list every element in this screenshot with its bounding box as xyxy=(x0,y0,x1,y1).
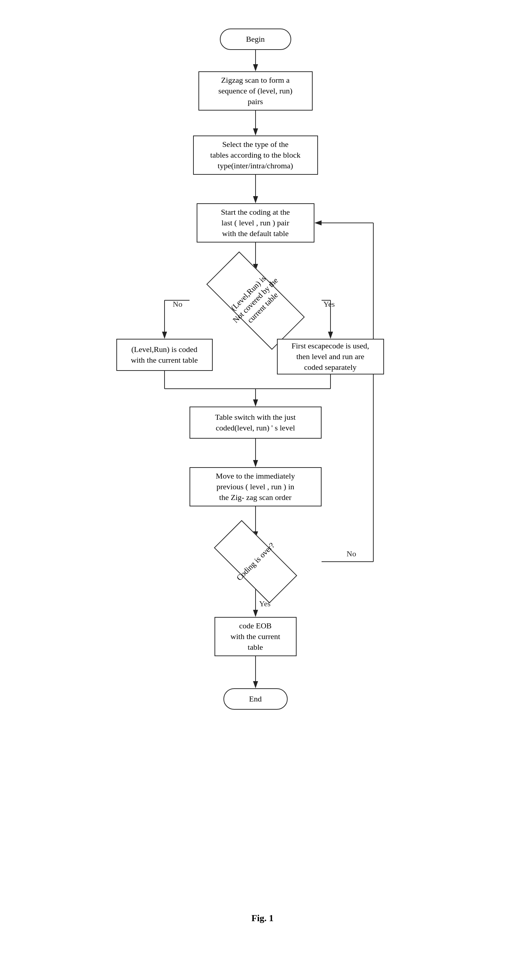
zigzag-label: Zigzag scan to form asequence of (level,… xyxy=(219,75,293,107)
diamond-over-label: Coding is over? xyxy=(234,541,277,583)
begin-label: Begin xyxy=(246,34,265,45)
diamond-covered-node: (Level,Run) isNot covered by thecurrent … xyxy=(190,271,322,330)
move-previous-label: Move to the immediatelyprevious ( level … xyxy=(216,471,295,503)
select-tables-label: Select the type of thetables according t… xyxy=(210,139,300,171)
start-coding-label: Start the coding at thelast ( level , ru… xyxy=(221,207,290,239)
svg-text:No: No xyxy=(346,549,356,558)
svg-text:Yes: Yes xyxy=(323,299,335,309)
end-node: End xyxy=(223,688,288,710)
coded-current-node: (Level,Run) is codedwith the current tab… xyxy=(116,339,213,371)
table-switch-node: Table switch with the justcoded(level, r… xyxy=(190,407,322,439)
start-coding-node: Start the coding at thelast ( level , ru… xyxy=(197,203,314,242)
move-previous-node: Move to the immediatelyprevious ( level … xyxy=(190,467,322,506)
table-switch-label: Table switch with the justcoded(level, r… xyxy=(215,412,296,433)
svg-text:No: No xyxy=(173,299,182,309)
page: No Yes Yes No Begin Zigzag scan to form … xyxy=(0,0,525,980)
begin-node: Begin xyxy=(220,29,291,50)
zigzag-node: Zigzag scan to form asequence of (level,… xyxy=(198,71,313,111)
code-eob-label: code EOBwith the currenttable xyxy=(231,620,280,652)
code-eob-node: code EOBwith the currenttable xyxy=(214,617,297,656)
diamond-over-node: Coding is over? xyxy=(190,538,322,585)
fig-label: Fig. 1 xyxy=(251,913,273,924)
flowchart: No Yes Yes No Begin Zigzag scan to form … xyxy=(102,14,423,906)
coded-current-label: (Level,Run) is codedwith the current tab… xyxy=(131,344,198,365)
end-label: End xyxy=(249,694,262,704)
escape-code-node: First escapecode is used,then level and … xyxy=(277,339,384,374)
escape-code-label: First escapecode is used,then level and … xyxy=(292,340,369,372)
select-tables-node: Select the type of thetables according t… xyxy=(193,135,318,175)
